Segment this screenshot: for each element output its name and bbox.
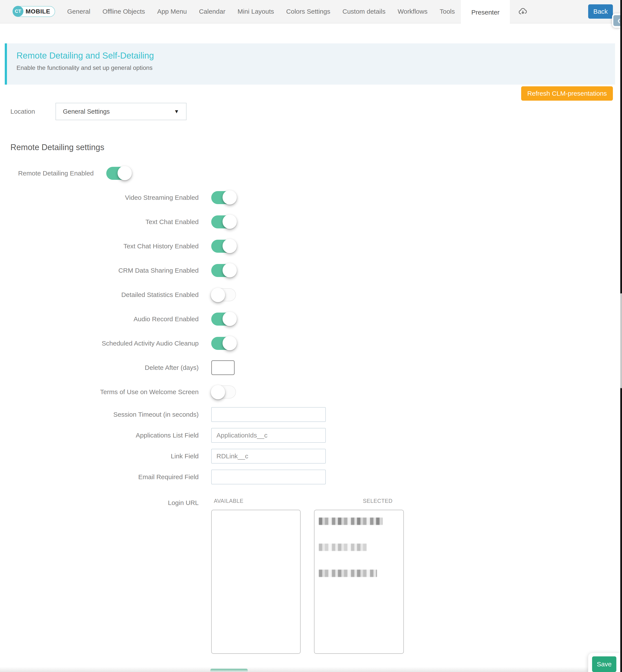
setting-row: Detailed Statistics Enabled xyxy=(0,283,622,307)
page-title: Remote Detailing and Self-Detailing xyxy=(16,51,615,61)
location-select[interactable]: General Settings ▼ xyxy=(56,103,186,120)
field-label: Video Streaming Enabled xyxy=(0,194,199,201)
toggle-scheduled-activity-audio-cleanup[interactable] xyxy=(211,337,236,350)
delete-after-days-input[interactable] xyxy=(211,360,235,375)
toggle-knob xyxy=(211,385,225,399)
field-label: Text Chat History Enabled xyxy=(0,242,199,250)
nav-item-mini-layouts[interactable]: Mini Layouts xyxy=(232,0,280,23)
toggle-knob xyxy=(222,239,237,253)
scrollbar-track[interactable] xyxy=(620,0,622,672)
refresh-row: Refresh CLM-presentations xyxy=(0,86,613,101)
location-label: Location xyxy=(10,108,56,115)
toggle-knob xyxy=(222,190,237,205)
field-label: Delete After (days) xyxy=(0,364,199,371)
redacted-text-line xyxy=(319,517,383,525)
save-card: Save xyxy=(588,653,620,672)
setting-row: Video Streaming Enabled xyxy=(0,186,622,210)
setting-row: Email Required Field xyxy=(0,467,622,488)
back-button[interactable]: Back xyxy=(588,4,613,19)
field-label: Remote Detailing Enabled xyxy=(0,170,94,177)
setting-row: Text Chat Enabled xyxy=(0,210,622,234)
setting-row: Remote Detailing Enabled xyxy=(0,161,622,186)
field-label: Login URL xyxy=(0,499,199,506)
page-subtitle: Enable the functionality and set up gene… xyxy=(16,64,615,71)
toggle-knob xyxy=(222,312,237,326)
toggle-knob xyxy=(222,263,237,277)
email-required-field-input[interactable] xyxy=(211,470,326,484)
cloud-download-icon[interactable] xyxy=(518,6,528,17)
caret-down-icon: ▼ xyxy=(174,108,179,114)
field-label: Applications List Field xyxy=(0,432,199,439)
toggle-detailed-statistics-enabled[interactable] xyxy=(211,288,236,301)
location-row: Location General Settings ▼ xyxy=(0,103,622,120)
section-heading: Remote Detailing settings xyxy=(10,143,622,152)
redacted-text-line xyxy=(319,544,367,551)
setting-row: CRM Data Sharing Enabled xyxy=(0,258,622,283)
setting-row: Scheduled Activity Audio Cleanup xyxy=(0,331,622,356)
self-detailing-user-row: Self-detailing user Connect xyxy=(0,664,622,672)
setting-row: Link Field xyxy=(0,446,622,467)
selected-listbox[interactable] xyxy=(314,510,404,654)
connect-button[interactable]: Connect xyxy=(210,669,248,672)
setting-row: Terms of Use on Welcome Screen xyxy=(0,380,622,404)
setting-row: Audio Record Enabled xyxy=(0,307,622,331)
field-label: Scheduled Activity Audio Cleanup xyxy=(0,340,199,347)
toggle-audio-record-enabled[interactable] xyxy=(211,312,236,326)
nav-item-offline-objects[interactable]: Offline Objects xyxy=(96,0,151,23)
nav-item-custom-details[interactable]: Custom details xyxy=(336,0,391,23)
nav-item-tools[interactable]: Tools xyxy=(434,0,461,23)
available-column: AVAILABLE xyxy=(211,498,301,654)
setting-row: Text Chat History Enabled xyxy=(0,234,622,258)
presenter-settings-page: CT MOBILE General Offline Objects App Me… xyxy=(0,0,622,672)
nav-item-app-menu[interactable]: App Menu xyxy=(151,0,193,23)
scrollbar-thumb[interactable] xyxy=(620,293,622,388)
field-label: Session Timeout (in seconds) xyxy=(0,411,199,418)
field-label: Detailed Statistics Enabled xyxy=(0,291,199,299)
nav-item-workflows[interactable]: Workflows xyxy=(391,0,434,23)
location-selected-value: General Settings xyxy=(63,108,110,115)
redacted-text-line xyxy=(319,570,377,577)
toggle-knob xyxy=(211,288,225,302)
available-header: AVAILABLE xyxy=(214,498,301,504)
available-listbox[interactable] xyxy=(211,510,301,654)
nav-item-calendar[interactable]: Calendar xyxy=(193,0,232,23)
field-label: Audio Record Enabled xyxy=(0,315,199,323)
nav-item-general[interactable]: General xyxy=(61,0,97,23)
collapse-panel-button[interactable]: ❮ xyxy=(612,13,620,28)
save-button[interactable]: Save xyxy=(592,657,616,672)
field-label: Text Chat Enabled xyxy=(0,218,199,226)
setting-row: Session Timeout (in seconds) xyxy=(0,404,622,425)
page-header-banner: Remote Detailing and Self-Detailing Enab… xyxy=(5,43,615,85)
applications-list-field-input[interactable] xyxy=(211,428,326,443)
nav-item-colors-settings[interactable]: Colors Settings xyxy=(280,0,336,23)
login-url-row: Login URL AVAILABLE SELECTED xyxy=(0,498,622,654)
toggle-remote-detailing-enabled[interactable] xyxy=(106,167,131,180)
chevron-left-icon: ❮ xyxy=(613,15,620,26)
toggle-crm-data-sharing-enabled[interactable] xyxy=(211,264,236,277)
setting-row: Applications List Field xyxy=(0,425,622,446)
setting-row: Delete After (days) xyxy=(0,356,622,380)
field-label: Terms of Use on Welcome Screen xyxy=(0,388,199,396)
ct-mobile-logo[interactable]: CT MOBILE xyxy=(12,6,55,17)
top-navbar: CT MOBILE General Offline Objects App Me… xyxy=(0,0,622,24)
toggle-terms-of-use-welcome-screen[interactable] xyxy=(211,385,236,399)
field-label: Link Field xyxy=(0,452,199,460)
toggle-knob xyxy=(222,336,237,350)
settings-form: Remote Detailing Enabled Video Streaming… xyxy=(0,161,622,672)
logo-ct-badge: CT xyxy=(12,6,24,17)
refresh-clm-presentations-button[interactable]: Refresh CLM-presentations xyxy=(521,86,613,101)
toggle-knob xyxy=(222,214,237,229)
field-label: Email Required Field xyxy=(0,473,199,481)
redacted-selected-option xyxy=(314,510,403,577)
toggle-text-chat-history-enabled[interactable] xyxy=(211,240,236,253)
field-label: CRM Data Sharing Enabled xyxy=(0,267,199,274)
main-menu: General Offline Objects App Menu Calenda… xyxy=(61,0,528,23)
logo-mobile-text: MOBILE xyxy=(26,8,50,15)
toggle-video-streaming-enabled[interactable] xyxy=(211,191,236,204)
selected-column: SELECTED xyxy=(314,498,404,654)
session-timeout-input[interactable] xyxy=(211,407,326,422)
toggle-text-chat-enabled[interactable] xyxy=(211,215,236,228)
link-field-input[interactable] xyxy=(211,449,326,464)
tab-presenter[interactable]: Presenter xyxy=(461,0,510,25)
toggle-knob xyxy=(117,166,132,180)
